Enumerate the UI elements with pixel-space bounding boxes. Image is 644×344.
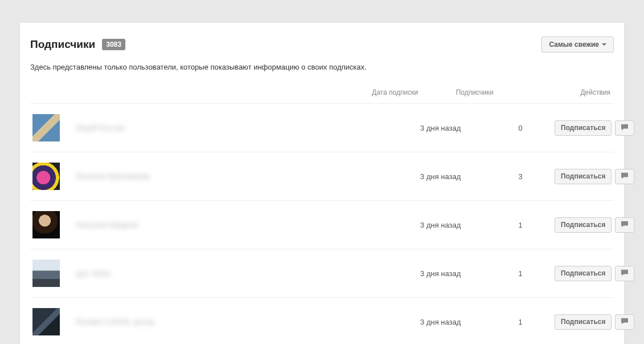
avatar[interactable] (32, 260, 60, 287)
subscribe-button[interactable]: Подписаться (555, 266, 612, 281)
message-button[interactable] (615, 314, 634, 330)
page-title: Подписчики (30, 38, 95, 51)
description: Здесь представлены только пользователи, … (30, 63, 614, 71)
subscribers-table: Дата подписки Подписчики Действия Юрий К… (30, 84, 614, 344)
chat-icon (621, 172, 629, 181)
subscribe-date: 3 дня назад (395, 221, 486, 229)
username[interactable]: Rustam CANAL group (76, 317, 154, 326)
subscribe-date: 3 дня назад (395, 269, 486, 278)
subscribe-button[interactable]: Подписаться (555, 120, 612, 136)
table-row: Igor Sirbu 3 дня назад 1 Подписаться (30, 249, 614, 298)
message-button[interactable] (615, 120, 634, 136)
subscribe-date: 3 дня назад (395, 124, 486, 132)
username[interactable]: Наталия Медяна (76, 220, 138, 229)
table-row: Юрий Костин 3 дня назад 0 Подписаться (30, 104, 614, 152)
chat-icon (621, 221, 629, 229)
subscribers-count: 0 (486, 124, 555, 132)
subscribe-date: 3 дня назад (395, 318, 486, 326)
subscribers-count: 1 (486, 269, 555, 278)
avatar[interactable] (32, 114, 60, 141)
avatar[interactable] (32, 308, 60, 335)
avatar[interactable] (32, 211, 60, 238)
subscribers-count: 3 (486, 172, 555, 181)
column-subscribers: Подписчики (441, 88, 509, 96)
column-date: Дата подписки (349, 88, 441, 96)
subscribers-card: Подписчики 3083 Самые свежие Здесь предс… (20, 23, 624, 344)
message-button[interactable] (615, 266, 634, 281)
subscribe-button[interactable]: Подписаться (555, 217, 612, 233)
message-button[interactable] (615, 169, 634, 184)
username[interactable]: Юрий Костин (76, 123, 125, 132)
avatar[interactable] (32, 163, 60, 190)
subscribe-button[interactable]: Подписаться (555, 314, 612, 330)
username[interactable]: Евгения Максимова (76, 172, 150, 181)
chat-icon (621, 124, 629, 132)
column-actions: Действия (509, 88, 614, 96)
subscribe-date: 3 дня назад (395, 172, 486, 181)
table-row: Наталия Медяна 3 дня назад 1 Подписаться (30, 201, 614, 249)
table-header: Дата подписки Подписчики Действия (30, 84, 614, 104)
chat-icon (621, 318, 629, 326)
subscribers-count: 1 (486, 221, 555, 229)
chevron-down-icon (602, 43, 606, 46)
subscribers-count: 1 (486, 318, 555, 326)
header-row: Подписчики 3083 Самые свежие (30, 37, 614, 52)
sort-dropdown[interactable]: Самые свежие (541, 37, 614, 52)
table-row: Евгения Максимова 3 дня назад 3 Подписат… (30, 152, 614, 201)
username[interactable]: Igor Sirbu (76, 269, 111, 278)
message-button[interactable] (615, 217, 634, 233)
chat-icon (621, 269, 629, 278)
table-row: Rustam CANAL group 3 дня назад 1 Подписа… (30, 298, 614, 344)
sort-label: Самые свежие (549, 41, 599, 48)
count-badge: 3083 (102, 39, 125, 51)
subscribe-button[interactable]: Подписаться (555, 169, 612, 184)
